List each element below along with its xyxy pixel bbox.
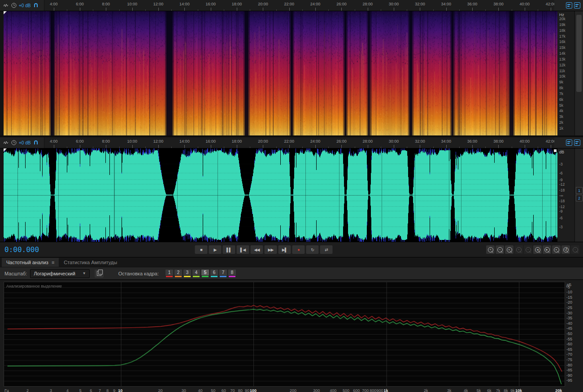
zoom-full-selection-button[interactable]: ▪ [552, 245, 561, 254]
frame-hold-color-bar [229, 276, 235, 277]
ruler-tick [289, 8, 290, 11]
ruler-tick [394, 145, 394, 148]
panel-corner-icon-1[interactable] [566, 139, 572, 146]
ruler-tick [446, 145, 447, 148]
copy-graph-button[interactable] [95, 270, 104, 278]
ruler-tick [263, 8, 263, 11]
hz-axis-label: 80 [238, 388, 243, 392]
zoom-selection-in-point-button[interactable]: ◂ [533, 245, 542, 254]
frame-hold-2[interactable]: 2 [174, 270, 182, 277]
skip-to-end-button[interactable]: ▶▌ [278, 245, 291, 254]
playhead-marker[interactable] [4, 11, 7, 14]
frame-hold-8[interactable]: 8 [228, 270, 236, 277]
record-button[interactable]: ● [292, 245, 305, 254]
ruler-time-label: 22:00 [284, 139, 294, 144]
panel-menu-icon[interactable]: ≡ [52, 260, 54, 265]
hz-axis-label: 5 [79, 388, 82, 392]
fast-forward-button[interactable]: ▶▶ [265, 245, 277, 254]
db-axis-label: -5 [566, 285, 570, 289]
frame-hold-1[interactable]: 1 [165, 270, 173, 277]
clip-handle-icon[interactable] [554, 149, 557, 152]
panel-corner-icon-2[interactable] [574, 2, 580, 9]
frequency-axis-label: 16k [559, 39, 566, 44]
panel-corner-icon-1[interactable] [566, 2, 572, 9]
gain-value-label[interactable]: +0 dB [19, 3, 30, 8]
vertical-scrollbar[interactable] [574, 11, 583, 135]
pause-button[interactable]: ▌▌ [223, 245, 235, 254]
ruler-time-label: 36:00 [467, 2, 478, 6]
ruler-tick [263, 145, 263, 148]
ruler-tick [381, 9, 381, 11]
stop-button[interactable]: ■ [195, 245, 208, 254]
frame-hold-6[interactable]: 6 [210, 270, 218, 277]
frame-hold-3[interactable]: 3 [183, 270, 191, 277]
transport-buttons: ■▶▌▌▌◀◀◀▶▶▶▌●↻⇄ [195, 245, 333, 254]
skip-to-start-button[interactable]: ▌◀ [237, 245, 249, 254]
ruler-time-label: 6:00 [76, 2, 84, 6]
frequency-analysis-plot[interactable] [4, 282, 565, 387]
ruler-tick [145, 9, 146, 11]
spectrogram-display[interactable] [4, 11, 557, 135]
amplitude-axis-label: -3 [559, 225, 563, 229]
timeline-ruler[interactable]: 4:006:008:0010:0012:0014:0016:0018:0020:… [0, 137, 583, 148]
amplitude-axis-unit: dB [559, 150, 564, 154]
magnet-icon[interactable] [33, 140, 39, 146]
ruler-time-label: 40:00 [520, 2, 530, 6]
frame-hold-label: Остановка кадра: [118, 271, 159, 276]
frame-hold-4[interactable]: 4 [192, 270, 200, 277]
scrollbar-thumb[interactable] [576, 15, 582, 92]
time-display[interactable]: 0:00.000 [4, 245, 39, 254]
frame-hold-button-label: 5 [201, 270, 209, 275]
ruler-time-label: 30:00 [389, 139, 399, 144]
loop-playback-button[interactable]: ↻ [306, 245, 319, 254]
scale-dropdown[interactable]: Логарифмический ▼ [30, 269, 90, 278]
level-meter-icon[interactable] [3, 140, 9, 146]
ruler-time-label: 4:00 [50, 2, 58, 6]
db-axis-label: -40 [566, 321, 572, 326]
channel-1-badge[interactable]: 1 [576, 187, 583, 194]
amplitude-axis-label: -9 [559, 178, 563, 182]
ruler-tick [211, 145, 211, 148]
play-button[interactable]: ▶ [209, 245, 222, 254]
panel-corner-icon-2[interactable] [574, 139, 580, 146]
zoom-to-selection-button[interactable]: ▪ [505, 245, 513, 254]
tab-frequency-analysis[interactable]: Частотный анализ ≡ [2, 258, 59, 267]
frame-hold-buttons: 12345678 [165, 270, 236, 277]
panel-header-controls: +0 dB [0, 0, 44, 11]
clock-icon[interactable] [11, 3, 17, 9]
amplitude-axis: dB -3-3-6-6-9-9-12-12-18-18-∞ [557, 148, 574, 242]
hz-axis-label: 900 [376, 388, 383, 392]
ruler-tick [328, 147, 329, 148]
frequency-axis-label: 1k [559, 126, 563, 131]
hz-axis-label: 7 [99, 388, 101, 392]
waveform-display[interactable] [4, 148, 557, 242]
ruler-tick [551, 145, 551, 148]
magnet-icon[interactable] [33, 3, 39, 9]
frame-hold-color-bar [175, 276, 182, 277]
gain-value-label[interactable]: +0 dB [19, 140, 30, 145]
hz-axis-label: 50 [211, 388, 215, 392]
timeline-ruler[interactable]: 4:006:008:0010:0012:0014:0016:0018:0020:… [0, 0, 583, 11]
clock-icon[interactable] [11, 140, 17, 146]
tab-amplitude-statistics[interactable]: Статистика Амплитуды [59, 258, 122, 267]
zoom-selection-out-point-button[interactable]: ▸ [543, 245, 551, 254]
frame-hold-5[interactable]: 5 [201, 270, 209, 277]
amplitude-axis-label: -18 [559, 188, 565, 192]
level-meter-icon[interactable] [3, 3, 9, 9]
reset-zoom-button[interactable]: ↺ [561, 245, 570, 254]
ruler-time-label: 28:00 [362, 2, 373, 6]
zoom-out-time-button[interactable]: − [496, 245, 504, 254]
ruler-tick [184, 145, 185, 148]
ruler-tick [237, 8, 237, 11]
playhead-marker[interactable] [4, 148, 7, 152]
hz-axis-label: 2k [424, 388, 428, 392]
panel-corner-controls [554, 0, 583, 11]
ruler-tick [538, 9, 538, 11]
db-axis-label: -60 [566, 342, 572, 346]
rewind-button[interactable]: ◀◀ [251, 245, 263, 254]
zoom-in-time-button[interactable]: + [486, 245, 495, 254]
channel-2-badge[interactable]: 2 [576, 195, 583, 201]
skip-selection-button[interactable]: ⇄ [320, 245, 333, 254]
frequency-axis-label: 14k [559, 51, 566, 56]
frame-hold-7[interactable]: 7 [219, 270, 227, 277]
